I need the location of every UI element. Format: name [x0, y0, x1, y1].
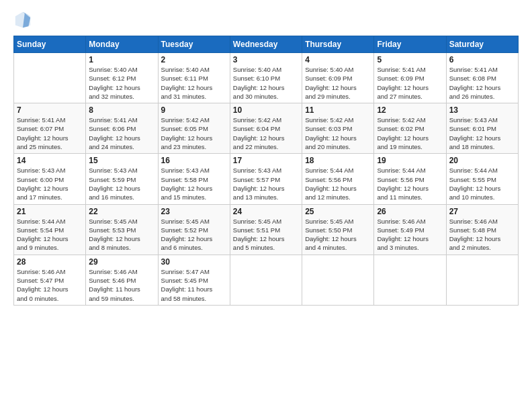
day-cell: [230, 255, 302, 305]
day-number: 16: [161, 156, 227, 165]
day-info: Sunrise: 5:43 AMSunset: 5:58 PMDaylight:…: [161, 166, 227, 201]
day-cell: 6Sunrise: 5:41 AMSunset: 6:08 PMDaylight…: [446, 53, 518, 103]
day-info: Sunrise: 5:44 AMSunset: 5:54 PMDaylight:…: [17, 217, 83, 253]
day-info: Sunrise: 5:42 AMSunset: 6:02 PMDaylight:…: [377, 116, 443, 151]
day-number: 23: [161, 207, 227, 216]
day-cell: 10Sunrise: 5:42 AMSunset: 6:04 PMDayligh…: [230, 103, 302, 154]
day-cell: 25Sunrise: 5:45 AMSunset: 5:50 PMDayligh…: [302, 204, 374, 255]
calendar: SundayMondayTuesdayWednesdayThursdayFrid…: [13, 36, 519, 306]
day-cell: 22Sunrise: 5:45 AMSunset: 5:53 PMDayligh…: [86, 204, 158, 255]
day-info: Sunrise: 5:42 AMSunset: 6:03 PMDaylight:…: [305, 116, 371, 151]
day-info: Sunrise: 5:43 AMSunset: 5:57 PMDaylight:…: [233, 166, 299, 201]
day-number: 26: [377, 207, 443, 216]
day-info: Sunrise: 5:41 AMSunset: 6:07 PMDaylight:…: [17, 116, 83, 151]
day-number: 6: [449, 55, 515, 64]
day-info: Sunrise: 5:47 AMSunset: 5:45 PMDaylight:…: [161, 267, 227, 303]
day-cell: [446, 255, 518, 305]
day-number: 13: [449, 105, 515, 115]
day-cell: 23Sunrise: 5:45 AMSunset: 5:52 PMDayligh…: [158, 204, 230, 255]
day-number: 20: [449, 156, 515, 165]
day-cell: 20Sunrise: 5:44 AMSunset: 5:55 PMDayligh…: [446, 154, 518, 204]
day-info: Sunrise: 5:45 AMSunset: 5:53 PMDaylight:…: [89, 217, 154, 253]
day-info: Sunrise: 5:42 AMSunset: 6:05 PMDaylight:…: [161, 116, 227, 151]
day-number: 27: [449, 207, 515, 216]
day-number: 21: [17, 207, 83, 216]
day-cell: 16Sunrise: 5:43 AMSunset: 5:58 PMDayligh…: [158, 154, 230, 204]
day-info: Sunrise: 5:45 AMSunset: 5:51 PMDaylight:…: [233, 217, 299, 253]
day-number: 28: [17, 257, 83, 267]
day-number: 14: [17, 156, 83, 165]
day-info: Sunrise: 5:41 AMSunset: 6:09 PMDaylight:…: [377, 65, 443, 101]
day-number: 30: [161, 257, 227, 267]
day-info: Sunrise: 5:40 AMSunset: 6:09 PMDaylight:…: [305, 65, 371, 101]
day-cell: 17Sunrise: 5:43 AMSunset: 5:57 PMDayligh…: [230, 154, 302, 204]
header: [13, 10, 519, 29]
day-info: Sunrise: 5:43 AMSunset: 6:01 PMDaylight:…: [449, 116, 515, 151]
day-number: 12: [377, 105, 443, 115]
day-number: 4: [305, 55, 371, 64]
day-cell: 7Sunrise: 5:41 AMSunset: 6:07 PMDaylight…: [14, 103, 86, 154]
day-info: Sunrise: 5:44 AMSunset: 5:56 PMDaylight:…: [377, 166, 443, 201]
day-info: Sunrise: 5:41 AMSunset: 6:08 PMDaylight:…: [449, 65, 515, 101]
day-info: Sunrise: 5:46 AMSunset: 5:49 PMDaylight:…: [377, 217, 443, 253]
day-number: 1: [89, 55, 154, 64]
weekday-friday: Friday: [374, 36, 446, 53]
day-cell: 11Sunrise: 5:42 AMSunset: 6:03 PMDayligh…: [302, 103, 374, 154]
day-number: 18: [305, 156, 371, 165]
weekday-tuesday: Tuesday: [158, 36, 230, 53]
week-row-5: 28Sunrise: 5:46 AMSunset: 5:47 PMDayligh…: [14, 255, 519, 305]
day-cell: [374, 255, 446, 305]
weekday-thursday: Thursday: [302, 36, 374, 53]
day-number: 25: [305, 207, 371, 216]
day-cell: 30Sunrise: 5:47 AMSunset: 5:45 PMDayligh…: [158, 255, 230, 305]
day-cell: 21Sunrise: 5:44 AMSunset: 5:54 PMDayligh…: [14, 204, 86, 255]
day-number: 17: [233, 156, 299, 165]
day-number: 11: [305, 105, 371, 115]
day-number: 2: [161, 55, 227, 64]
day-info: Sunrise: 5:41 AMSunset: 6:06 PMDaylight:…: [89, 116, 154, 151]
weekday-header-row: SundayMondayTuesdayWednesdayThursdayFrid…: [14, 36, 519, 53]
weekday-wednesday: Wednesday: [230, 36, 302, 53]
day-cell: 9Sunrise: 5:42 AMSunset: 6:05 PMDaylight…: [158, 103, 230, 154]
day-info: Sunrise: 5:40 AMSunset: 6:11 PMDaylight:…: [161, 65, 227, 101]
day-number: 24: [233, 207, 299, 216]
weekday-saturday: Saturday: [446, 36, 518, 53]
day-number: 9: [161, 105, 227, 115]
day-info: Sunrise: 5:40 AMSunset: 6:12 PMDaylight:…: [89, 65, 154, 101]
day-cell: 24Sunrise: 5:45 AMSunset: 5:51 PMDayligh…: [230, 204, 302, 255]
logo-icon: [13, 10, 32, 29]
day-cell: 28Sunrise: 5:46 AMSunset: 5:47 PMDayligh…: [14, 255, 86, 305]
day-number: 8: [89, 105, 154, 115]
day-cell: 26Sunrise: 5:46 AMSunset: 5:49 PMDayligh…: [374, 204, 446, 255]
logo: [13, 10, 35, 29]
day-number: 7: [17, 105, 83, 115]
day-number: 22: [89, 207, 154, 216]
day-number: 29: [89, 257, 154, 267]
day-number: 19: [377, 156, 443, 165]
day-cell: [14, 53, 86, 103]
day-cell: 2Sunrise: 5:40 AMSunset: 6:11 PMDaylight…: [158, 53, 230, 103]
day-cell: 8Sunrise: 5:41 AMSunset: 6:06 PMDaylight…: [86, 103, 158, 154]
day-number: 3: [233, 55, 299, 64]
day-cell: 3Sunrise: 5:40 AMSunset: 6:10 PMDaylight…: [230, 53, 302, 103]
day-info: Sunrise: 5:45 AMSunset: 5:50 PMDaylight:…: [305, 217, 371, 253]
day-cell: 4Sunrise: 5:40 AMSunset: 6:09 PMDaylight…: [302, 53, 374, 103]
day-info: Sunrise: 5:43 AMSunset: 6:00 PMDaylight:…: [17, 166, 83, 201]
weekday-sunday: Sunday: [14, 36, 86, 53]
day-cell: 5Sunrise: 5:41 AMSunset: 6:09 PMDaylight…: [374, 53, 446, 103]
week-row-3: 14Sunrise: 5:43 AMSunset: 6:00 PMDayligh…: [14, 154, 519, 204]
day-info: Sunrise: 5:46 AMSunset: 5:46 PMDaylight:…: [89, 267, 154, 303]
day-cell: 12Sunrise: 5:42 AMSunset: 6:02 PMDayligh…: [374, 103, 446, 154]
day-info: Sunrise: 5:44 AMSunset: 5:56 PMDaylight:…: [305, 166, 371, 201]
day-cell: 13Sunrise: 5:43 AMSunset: 6:01 PMDayligh…: [446, 103, 518, 154]
day-info: Sunrise: 5:46 AMSunset: 5:47 PMDaylight:…: [17, 267, 83, 303]
day-info: Sunrise: 5:44 AMSunset: 5:55 PMDaylight:…: [449, 166, 515, 201]
week-row-1: 1Sunrise: 5:40 AMSunset: 6:12 PMDaylight…: [14, 53, 519, 103]
day-info: Sunrise: 5:42 AMSunset: 6:04 PMDaylight:…: [233, 116, 299, 151]
day-number: 5: [377, 55, 443, 64]
week-row-4: 21Sunrise: 5:44 AMSunset: 5:54 PMDayligh…: [14, 204, 519, 255]
day-info: Sunrise: 5:45 AMSunset: 5:52 PMDaylight:…: [161, 217, 227, 253]
day-number: 10: [233, 105, 299, 115]
day-cell: 14Sunrise: 5:43 AMSunset: 6:00 PMDayligh…: [14, 154, 86, 204]
week-row-2: 7Sunrise: 5:41 AMSunset: 6:07 PMDaylight…: [14, 103, 519, 154]
